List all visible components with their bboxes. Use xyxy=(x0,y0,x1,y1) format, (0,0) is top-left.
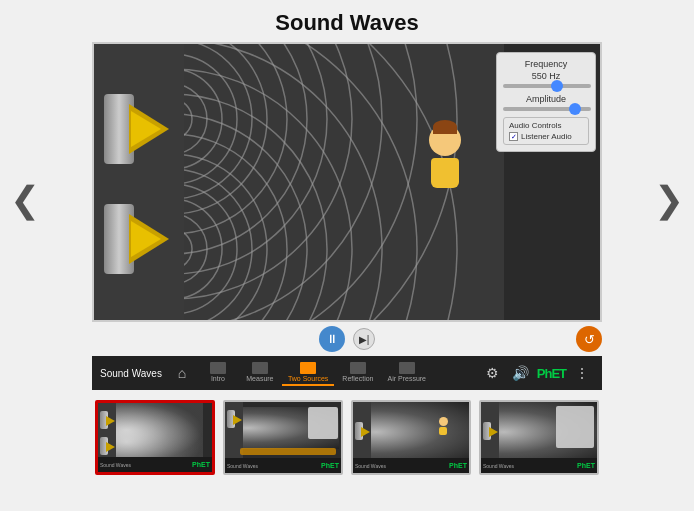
thumb-2-bar: Sound Waves PhET xyxy=(225,458,341,473)
thumb-2-yellow-bar xyxy=(240,448,336,455)
thumb-1-bar: Sound Waves PhET xyxy=(98,457,212,472)
tab-intro[interactable]: Intro xyxy=(198,360,238,386)
thumbnail-3[interactable]: Sound Waves PhET xyxy=(351,400,471,475)
nav-arrow-left[interactable]: ❮ xyxy=(10,179,40,221)
sound-icon[interactable]: 🔊 xyxy=(509,361,533,385)
speaker-lower xyxy=(104,199,174,279)
tab-reflection-label: Reflection xyxy=(342,375,373,382)
tab-reflection-icon xyxy=(350,362,366,374)
thumb-4-controls xyxy=(556,406,594,448)
thumb-4-title: Sound Waves xyxy=(483,463,514,469)
thumb-1-title: Sound Waves xyxy=(100,462,131,468)
speaker-container xyxy=(94,44,184,322)
playback-bar: ⏸ ▶| ↺ xyxy=(92,322,602,356)
character-body xyxy=(431,158,459,188)
tab-measure-icon xyxy=(252,362,268,374)
thumbnail-4[interactable]: Sound Waves PhET xyxy=(479,400,599,475)
tab-measure-label: Measure xyxy=(246,375,273,382)
frequency-value: 550 Hz xyxy=(503,71,589,81)
thumb-1-cone-upper xyxy=(106,416,115,426)
thumb-3-wave xyxy=(371,402,469,462)
thumb-1-cone-lower xyxy=(106,442,115,452)
speaker-upper-cone-inner xyxy=(131,111,161,147)
tab-two-sources-label: Two Sources xyxy=(288,375,328,382)
thumb-3-char-body xyxy=(439,427,447,435)
thumbnails-row: Sound Waves PhET Sound Waves PhET Sound … xyxy=(0,392,694,483)
speaker-upper-body xyxy=(104,94,134,164)
toolbar-tabs: Intro Measure Two Sources Reflection Air… xyxy=(198,360,477,386)
thumb-2-title: Sound Waves xyxy=(227,463,258,469)
settings-icon[interactable]: ⚙ xyxy=(481,361,505,385)
audio-controls-section: Audio Controls ✓ Listener Audio xyxy=(503,117,589,145)
tab-two-sources[interactable]: Two Sources xyxy=(282,360,334,386)
listener-audio-row: ✓ Listener Audio xyxy=(509,132,583,141)
page-title: Sound Waves xyxy=(0,0,694,42)
tab-measure[interactable]: Measure xyxy=(240,360,280,386)
tab-two-sources-icon xyxy=(300,362,316,374)
thumb-4-bar: Sound Waves PhET xyxy=(481,458,597,473)
thumb-3-title: Sound Waves xyxy=(355,463,386,469)
bottom-toolbar: Sound Waves ⌂ Intro Measure Two Sources … xyxy=(92,356,602,390)
speaker-upper xyxy=(104,89,174,169)
home-icon[interactable]: ⌂ xyxy=(170,361,194,385)
thumb-3-phet: PhET xyxy=(449,462,467,469)
amplitude-slider-thumb[interactable] xyxy=(569,103,581,115)
thumb-2-phet: PhET xyxy=(321,462,339,469)
thumb-1-wave xyxy=(113,403,203,463)
character xyxy=(420,124,470,204)
tab-intro-label: Intro xyxy=(211,375,225,382)
speaker-lower-body xyxy=(104,204,134,274)
listener-audio-checkbox[interactable]: ✓ xyxy=(509,132,518,141)
thumb-1-phet: PhET xyxy=(192,461,210,468)
amplitude-slider-track[interactable] xyxy=(503,107,591,111)
reload-button[interactable]: ↺ xyxy=(576,326,602,352)
thumb-3-char-head xyxy=(439,417,448,426)
thumb-3-character xyxy=(437,417,449,437)
frequency-slider-thumb[interactable] xyxy=(551,80,563,92)
thumbnail-2[interactable]: Sound Waves PhET xyxy=(223,400,343,475)
character-head xyxy=(429,124,461,156)
controls-panel: Frequency 550 Hz Amplitude Audio Control… xyxy=(496,52,596,152)
nav-arrow-right[interactable]: ❯ xyxy=(654,179,684,221)
thumbnail-1[interactable]: Sound Waves PhET xyxy=(95,400,215,475)
frequency-slider-track[interactable] xyxy=(503,84,591,88)
tab-air-pressure-label: Air Pressure xyxy=(388,375,427,382)
tab-reflection[interactable]: Reflection xyxy=(336,360,379,386)
thumb-4-cone xyxy=(489,427,498,437)
pause-button[interactable]: ⏸ xyxy=(319,326,345,352)
audio-controls-label: Audio Controls xyxy=(509,121,583,130)
thumb-2-controls xyxy=(308,407,338,439)
phet-logo: PhET xyxy=(537,366,566,381)
thumb-2-cone xyxy=(233,415,242,425)
thumb-3-bar: Sound Waves PhET xyxy=(353,458,469,473)
tab-air-pressure-icon xyxy=(399,362,415,374)
speaker-lower-cone-inner xyxy=(131,221,161,257)
frequency-label: Frequency xyxy=(503,59,589,69)
thumb-4-phet: PhET xyxy=(577,462,595,469)
menu-icon[interactable]: ⋮ xyxy=(570,361,594,385)
tab-intro-icon xyxy=(210,362,226,374)
character-hair xyxy=(433,120,457,134)
listener-audio-label: Listener Audio xyxy=(521,132,572,141)
simulation-frame: Frequency 550 Hz Amplitude Audio Control… xyxy=(92,42,602,322)
toolbar-title: Sound Waves xyxy=(100,368,162,379)
step-button[interactable]: ▶| xyxy=(353,328,375,350)
tab-air-pressure[interactable]: Air Pressure xyxy=(382,360,433,386)
thumb-3-cone xyxy=(361,427,370,437)
